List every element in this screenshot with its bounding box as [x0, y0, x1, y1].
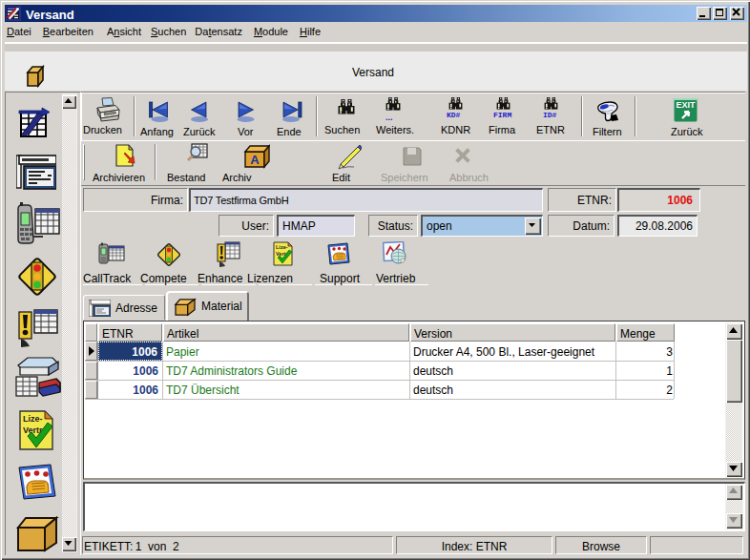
svg-text:EXIT: EXIT — [676, 100, 696, 110]
svg-text:Lize-: Lize- — [23, 414, 43, 424]
svg-text:A: A — [250, 153, 260, 167]
svg-text:Lize-: Lize- — [276, 244, 288, 250]
